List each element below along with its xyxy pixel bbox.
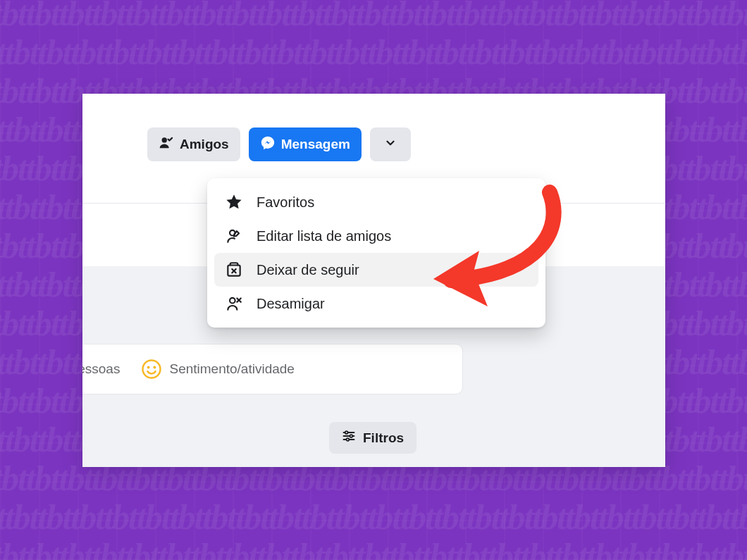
menu-item-unfollow-label: Deixar de seguir [257,262,359,278]
menu-item-unfollow[interactable]: Deixar de seguir [214,253,538,287]
smiley-icon [141,359,162,380]
svg-point-7 [350,435,352,437]
menu-item-unfriend[interactable]: Desamigar [214,287,538,321]
filters-button-label: Filtros [363,430,404,446]
more-actions-button[interactable] [370,127,411,161]
menu-item-favorites[interactable]: Favoritos [214,185,538,219]
menu-item-favorites-label: Favoritos [257,194,314,211]
svg-point-9 [346,438,349,441]
feeling-activity-label: Sentimento/atividade [169,361,294,377]
svg-point-3 [154,366,156,369]
composer-row: car pessoas Sentimento/atividade [82,344,463,394]
unfollow-icon [224,260,244,280]
svg-point-2 [147,366,150,369]
messenger-icon [260,135,276,154]
message-button[interactable]: Mensagem [249,127,362,161]
svg-point-1 [143,361,161,378]
unfriend-icon [224,294,244,313]
svg-point-0 [162,137,167,142]
feeling-activity-option[interactable]: Sentimento/atividade [141,359,294,380]
message-button-label: Mensagem [281,137,350,152]
screenshot-card: Amigos Mensagem [82,94,665,467]
friends-button-label: Amigos [180,137,229,152]
tag-people-option[interactable]: car pessoas [82,361,120,377]
friends-dropdown-menu: Favoritos Editar lista de amigos [207,178,545,328]
svg-point-5 [345,431,348,434]
menu-item-edit-friend-list[interactable]: Editar lista de amigos [214,219,538,253]
filters-button[interactable]: Filtros [329,422,416,454]
sliders-icon [342,429,356,447]
svg-point-14 [230,298,235,304]
menu-item-unfriend-label: Desamigar [257,296,325,312]
friends-check-icon [159,135,174,154]
star-icon [224,192,244,212]
friends-button[interactable]: Amigos [147,127,240,161]
edit-friends-icon [224,226,244,246]
profile-actions-row: Amigos Mensagem [147,127,411,161]
tag-people-label: car pessoas [82,361,120,377]
menu-item-edit-friend-list-label: Editar lista de amigos [257,228,391,244]
chevron-down-icon [384,137,397,153]
